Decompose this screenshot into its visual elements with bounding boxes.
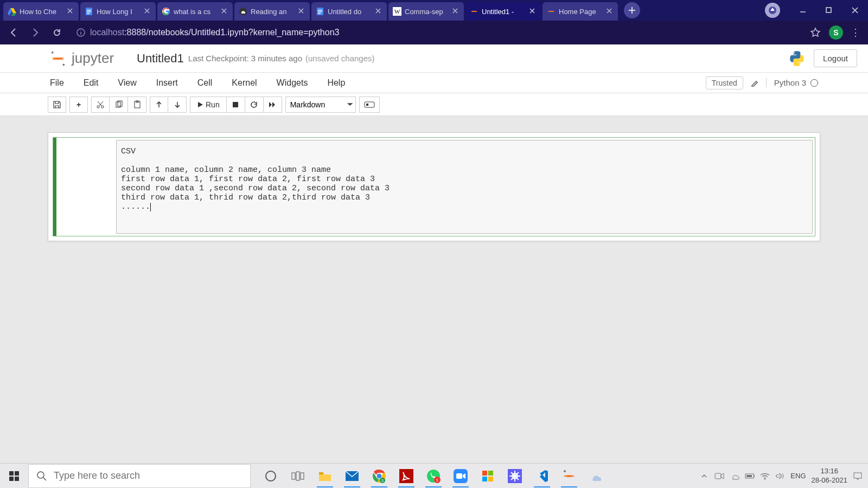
- url-port: :8888: [124, 28, 146, 37]
- tray-chevron-icon[interactable]: [699, 471, 709, 481]
- tab-close-icon[interactable]: [375, 8, 382, 15]
- browser-tab[interactable]: what is a cs: [157, 2, 233, 21]
- svg-rect-1: [87, 10, 91, 11]
- browser-tab[interactable]: Home Page: [542, 2, 618, 21]
- run-all-button[interactable]: [264, 97, 282, 113]
- reload-button[interactable]: [49, 24, 65, 41]
- vscode-icon[interactable]: [531, 465, 553, 487]
- menu-cell[interactable]: Cell: [197, 78, 213, 88]
- zoom-icon[interactable]: [449, 465, 472, 487]
- clock[interactable]: 13:16 28-06-2021: [812, 467, 848, 485]
- menu-view[interactable]: View: [118, 78, 136, 88]
- interrupt-button[interactable]: [227, 97, 245, 113]
- weather-icon[interactable]: [585, 465, 608, 487]
- taskbar-search[interactable]: [28, 464, 251, 488]
- move-down-button[interactable]: [168, 97, 187, 113]
- cortana-icon[interactable]: [259, 465, 282, 487]
- svg-rect-51: [488, 471, 493, 476]
- edit-icon[interactable]: [751, 79, 758, 87]
- taskview-icon[interactable]: [286, 465, 309, 487]
- jupyter-header: jupyter Untitled1 Last Checkpoint: 3 min…: [0, 44, 868, 73]
- command-palette-button[interactable]: [359, 97, 380, 113]
- add-cell-button[interactable]: +: [69, 97, 88, 113]
- maximize-button[interactable]: [816, 0, 842, 21]
- mail-icon[interactable]: [341, 465, 363, 487]
- browser-tab[interactable]: Reading an: [234, 2, 310, 21]
- volume-icon[interactable]: [775, 471, 785, 481]
- notifications-icon[interactable]: [853, 471, 863, 481]
- move-up-button[interactable]: [150, 97, 168, 113]
- close-window-button[interactable]: [842, 0, 868, 21]
- acrobat-icon[interactable]: [395, 465, 418, 487]
- minimize-button[interactable]: [790, 0, 816, 21]
- browser-tab[interactable]: How to Che: [3, 2, 79, 21]
- start-button[interactable]: [0, 464, 28, 489]
- browser-tab[interactable]: Untitled1 -: [465, 2, 541, 21]
- svg-text:W: W: [394, 8, 400, 15]
- menu-help[interactable]: Help: [327, 78, 345, 88]
- menu-widgets[interactable]: Widgets: [277, 78, 308, 88]
- explorer-icon[interactable]: [314, 465, 336, 487]
- jupyter-taskbar-icon[interactable]: [558, 465, 580, 487]
- profile-avatar[interactable]: S: [829, 25, 843, 40]
- unsaved-text: (unsaved changes): [305, 54, 375, 63]
- tab-close-icon[interactable]: [606, 8, 614, 15]
- svg-rect-31: [15, 477, 19, 481]
- battery-icon[interactable]: [745, 471, 755, 481]
- trusted-indicator[interactable]: Trusted: [706, 76, 743, 89]
- cell-editor[interactable]: CSV column 1 name, column 2 name, column…: [116, 140, 813, 234]
- svg-point-20: [101, 105, 104, 107]
- jupyter-logo[interactable]: jupyter: [50, 50, 114, 67]
- chrome-icon[interactable]: S: [368, 465, 391, 487]
- cut-button[interactable]: [91, 97, 110, 113]
- svg-rect-36: [301, 473, 304, 479]
- meet-now-icon[interactable]: [714, 471, 724, 481]
- bookmark-star-icon[interactable]: [807, 24, 824, 41]
- run-button[interactable]: Run: [190, 97, 227, 113]
- markdown-cell[interactable]: CSV column 1 name, column 2 name, column…: [53, 137, 815, 236]
- back-button[interactable]: [5, 24, 22, 41]
- kernel-name[interactable]: Python 3: [774, 78, 806, 87]
- cell-type-select[interactable]: Markdown: [285, 97, 356, 113]
- browser-profile-icon[interactable]: [765, 3, 780, 18]
- tab-close-icon[interactable]: [452, 8, 459, 15]
- tab-title: How to Che: [20, 8, 63, 16]
- browser-tab[interactable]: How Long I: [80, 2, 156, 21]
- restart-button[interactable]: [245, 97, 264, 113]
- menu-kernel[interactable]: Kernel: [232, 78, 257, 88]
- svg-rect-28: [9, 471, 14, 476]
- browser-tab[interactable]: WComma-sep: [388, 2, 464, 21]
- menu-file[interactable]: File: [50, 78, 64, 88]
- whatsapp-icon[interactable]: 1: [422, 465, 445, 487]
- cell-content[interactable]: CSV column 1 name, column 2 name, column…: [121, 147, 805, 211]
- browser-tabstrip: How to CheHow Long Iwhat is a csReading …: [0, 0, 868, 21]
- jupyter-menubar: File Edit View Insert Cell Kernel Widget…: [0, 73, 868, 93]
- svg-rect-52: [482, 477, 487, 481]
- loom-icon[interactable]: [503, 465, 526, 487]
- tab-favicon: [8, 7, 16, 16]
- save-button[interactable]: [48, 97, 66, 113]
- browser-menu-button[interactable]: ⋮: [848, 27, 863, 38]
- site-info-icon[interactable]: [76, 28, 86, 37]
- tab-close-icon[interactable]: [144, 8, 151, 15]
- new-tab-button[interactable]: [624, 2, 640, 18]
- menu-edit[interactable]: Edit: [84, 78, 99, 88]
- tab-close-icon[interactable]: [221, 8, 228, 15]
- tab-close-icon[interactable]: [298, 8, 305, 15]
- tab-close-icon[interactable]: [529, 8, 537, 15]
- logout-button[interactable]: Logout: [814, 49, 857, 67]
- onedrive-icon[interactable]: [730, 471, 739, 481]
- paste-button[interactable]: [128, 97, 146, 113]
- tab-close-icon[interactable]: [67, 8, 74, 15]
- address-bar[interactable]: localhost :8888 /notebooks/Untitled1.ipy…: [71, 25, 802, 40]
- language-indicator[interactable]: ENG: [790, 472, 806, 480]
- copy-button[interactable]: [110, 97, 128, 113]
- forward-button[interactable]: [27, 24, 43, 41]
- taskbar-search-input[interactable]: [54, 470, 242, 481]
- notebook-title[interactable]: Untitled1: [137, 52, 184, 66]
- wifi-icon[interactable]: [760, 471, 770, 481]
- svg-rect-53: [488, 477, 493, 481]
- menu-insert[interactable]: Insert: [156, 78, 178, 88]
- browser-tab[interactable]: Untitled do: [311, 2, 387, 21]
- store-icon[interactable]: [476, 465, 499, 487]
